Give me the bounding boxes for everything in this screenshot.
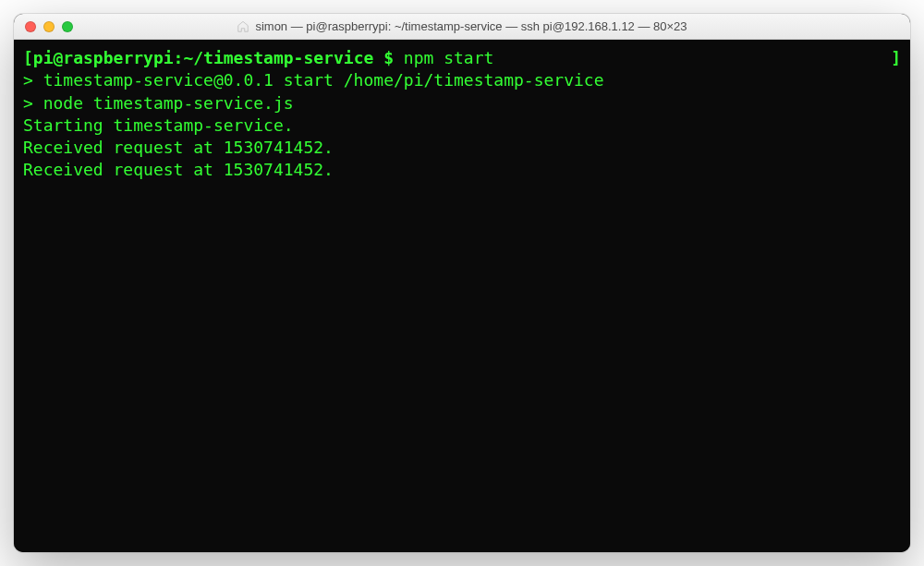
close-button[interactable] bbox=[25, 21, 36, 32]
terminal-window: simon — pi@raspberrypi: ~/timestamp-serv… bbox=[14, 14, 910, 552]
maximize-button[interactable] bbox=[62, 21, 73, 32]
window-title: simon — pi@raspberrypi: ~/timestamp-serv… bbox=[14, 19, 910, 33]
prompt-open-bracket: [ bbox=[23, 48, 33, 67]
window-title-text: simon — pi@raspberrypi: ~/timestamp-serv… bbox=[255, 19, 687, 33]
terminal-body[interactable]: [pi@raspberrypi:~/timestamp-service $ np… bbox=[14, 40, 910, 552]
output-line: Received request at 1530741452. bbox=[23, 137, 901, 159]
output-line: Starting timestamp-service. bbox=[23, 114, 901, 137]
output-line: Received request at 1530741452. bbox=[23, 159, 901, 181]
prompt-line: [pi@raspberrypi:~/timestamp-service $ np… bbox=[23, 47, 901, 69]
output-line: > timestamp-service@0.0.1 start /home/pi… bbox=[23, 69, 901, 91]
prompt-close-bracket: ] bbox=[891, 47, 901, 69]
output-line: > node timestamp-service.js bbox=[23, 92, 901, 114]
command-input[interactable]: npm start bbox=[394, 48, 493, 67]
home-icon bbox=[237, 20, 249, 33]
titlebar[interactable]: simon — pi@raspberrypi: ~/timestamp-serv… bbox=[14, 14, 910, 40]
minimize-button[interactable] bbox=[43, 21, 55, 32]
traffic-lights bbox=[14, 21, 73, 32]
prompt-user-host-path: pi@raspberrypi:~/timestamp-service $ bbox=[33, 48, 394, 67]
